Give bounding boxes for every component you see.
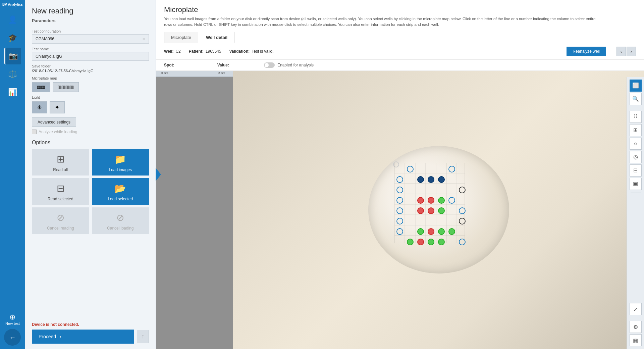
tab-microplate[interactable]: Microplate — [164, 32, 198, 43]
read-all-label: Read all — [53, 167, 68, 172]
map-grid-icon: ▦▦ — [37, 85, 45, 90]
read-selected-label: Read selected — [48, 197, 73, 201]
nav-arrows: ‹ › — [616, 47, 636, 56]
cancel-reading-label: Cancel reading — [47, 226, 74, 231]
test-name-text: Chlamydia IgG — [36, 54, 62, 59]
main-content: Microplate You can load well images from… — [156, 0, 644, 349]
ruler-tick-2: 2 mm — [218, 71, 225, 74]
load-selected-button[interactable]: 📂 Load selected — [92, 178, 149, 205]
well-image — [233, 71, 644, 349]
chart-icon[interactable]: 📊 — [4, 84, 21, 101]
load-selected-label: Load selected — [108, 197, 133, 201]
options-label: Options — [32, 140, 149, 146]
reanalyze-well-button[interactable]: Reanalyze well — [567, 47, 606, 56]
analyze-checkbox — [32, 130, 37, 134]
histogram-button[interactable]: ▦ — [630, 334, 642, 346]
save-folder-label: Save folder — [32, 64, 149, 68]
patient-info-item: Patient: 1965545 — [189, 49, 221, 54]
validation-value: Test is valid. — [252, 49, 273, 54]
analyze-label: Analyze while loading — [39, 130, 77, 134]
main-title: Microplate — [164, 5, 636, 14]
new-test-button[interactable]: ⊕ New test — [3, 311, 22, 328]
app-title: BV Analytics — [2, 3, 23, 7]
select-tool-button[interactable]: ⬜ — [630, 80, 642, 92]
scale-icon[interactable]: ⚖️ — [4, 66, 21, 83]
light-controls: ✳ ✦ — [32, 101, 149, 113]
camera-icon[interactable]: 📷 — [4, 48, 21, 64]
icon-sidebar: BV Analytics 👤 🎓 📷 ⚖️ 📊 ⊕ New test ← — [0, 0, 25, 349]
test-config-value[interactable]: CGMA096 ≡ — [32, 34, 149, 44]
save-folder-value: /2018-01-05-12-27-56-Chlamydia IgG — [32, 69, 149, 73]
circle-view-button[interactable]: ○ — [630, 138, 642, 150]
patient-label: Patient: — [189, 49, 204, 54]
light-bright-button[interactable]: ✳ — [32, 101, 47, 113]
settings-button[interactable]: ⚙ — [630, 321, 642, 333]
advanced-settings-button[interactable]: Advanced settings — [32, 117, 76, 127]
validation-info-item: Validation: Test is valid. — [229, 49, 274, 54]
proceed-label: Proceed — [39, 334, 56, 339]
back-button[interactable]: ← — [4, 329, 21, 346]
read-selected-button[interactable]: ⊟ Read selected — [32, 178, 89, 205]
test-name-label: Test name — [32, 47, 149, 51]
toolbar-separator — [631, 108, 641, 108]
target-view-button[interactable]: ◎ — [630, 151, 642, 163]
read-all-icon: ⊞ — [57, 154, 64, 165]
graduation-icon[interactable]: 🎓 — [4, 30, 21, 46]
proceed-row: Proceed › ↑ — [25, 330, 156, 349]
tabs-row: Microplate Well detail — [164, 32, 636, 43]
spot-bar: Spot: Value: Enabled for analysis — [156, 60, 644, 71]
well-info-bar: Well: C2 Patient: 1965545 Validation: Te… — [156, 43, 644, 60]
left-panel: New reading Parameters Test configuratio… — [25, 0, 156, 349]
cancel-reading-button: ⊘ Cancel reading — [32, 207, 89, 234]
enabled-toggle-area: Enabled for analysis — [264, 62, 314, 68]
enabled-toggle[interactable] — [264, 62, 275, 68]
next-well-button[interactable]: › — [627, 47, 636, 56]
profile-icon[interactable]: 👤 — [4, 11, 21, 28]
menu-icon: ≡ — [143, 36, 145, 42]
toolbar-separator-2 — [631, 193, 641, 193]
load-selected-icon: 📂 — [114, 183, 126, 194]
map-grid-button[interactable]: ▦▦ — [32, 82, 50, 92]
well-info-item: Well: C2 — [164, 49, 181, 54]
spot-label: Spot: — [164, 63, 174, 67]
options-grid: ⊞ Read all 📁 Load images ⊟ Read selected… — [32, 149, 149, 234]
resize-button[interactable]: ⤢ — [630, 303, 642, 315]
load-images-button[interactable]: 📁 Load images — [92, 149, 149, 176]
prev-well-button[interactable]: ‹ — [616, 47, 626, 56]
new-test-label: New test — [5, 321, 20, 326]
patient-value: 1965545 — [206, 49, 221, 54]
cancel-reading-icon: ⊘ — [57, 212, 64, 223]
proceed-secondary-button[interactable]: ↑ — [137, 330, 149, 343]
image-area: 0 mm 2 mm 4 mm 6 t — [156, 71, 644, 349]
light-label: Light — [32, 95, 149, 99]
new-test-icon: ⊕ — [9, 313, 15, 321]
validation-label: Validation: — [229, 49, 250, 54]
tab-well-detail[interactable]: Well detail — [199, 32, 234, 43]
map-strips-button[interactable]: ▥▥▥▥ — [53, 82, 79, 92]
zoom-tool-button[interactable]: 🔍 — [630, 93, 642, 105]
load-images-icon: 📁 — [114, 154, 126, 165]
well-label: Well: — [164, 49, 173, 54]
main-header: Microplate You can load well images from… — [156, 0, 644, 43]
proceed-arrow-icon: › — [59, 334, 61, 340]
grey-left-panel — [156, 77, 233, 349]
well-circle — [368, 146, 509, 273]
panel-arrow — [156, 168, 161, 181]
parameters-label: Parameters — [32, 18, 149, 23]
layers-view-button[interactable]: ▣ — [630, 178, 642, 190]
proceed-secondary-icon: ↑ — [142, 334, 144, 340]
light-dim-button[interactable]: ✦ — [50, 101, 65, 113]
svg-rect-13 — [394, 163, 465, 243]
image-viewport[interactable]: 0 mm 2 mm 4 mm 6 t — [156, 71, 644, 349]
device-error: Device is not connected. — [32, 322, 149, 327]
ruler-tick-0: 0 mm — [161, 71, 168, 74]
analyze-while-loading-row: Analyze while loading — [32, 130, 149, 134]
mosaic-view-button[interactable]: ⊟ — [630, 164, 642, 177]
value-label: Value: — [217, 63, 229, 67]
grid-view-button[interactable]: ⊞ — [630, 124, 642, 136]
grid-overlay — [394, 163, 465, 243]
dots-view-button[interactable]: ⠿ — [630, 111, 642, 123]
read-all-button[interactable]: ⊞ Read all — [32, 149, 89, 176]
proceed-button[interactable]: Proceed › — [32, 330, 134, 344]
right-toolbar: ⬜ 🔍 ⠿ ⊞ ○ ◎ ⊟ ▣ ⤢ ⚙ ▦ — [627, 77, 644, 349]
